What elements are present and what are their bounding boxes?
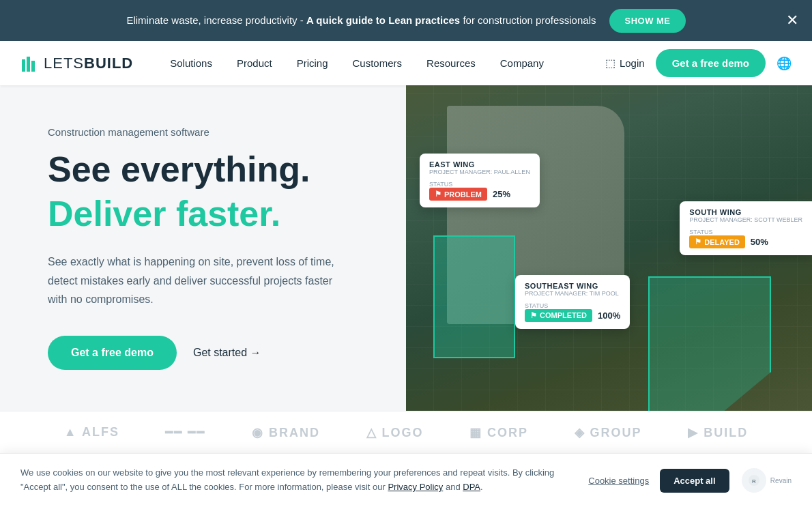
cookie-banner: We use cookies on our website to give yo… — [0, 453, 812, 454]
flag-icon: ⚑ — [530, 311, 537, 320]
logo-text: LETSBUILD — [44, 55, 133, 72]
login-icon: ⬚ — [605, 57, 615, 70]
southeast-wing-manager: PROJECT MANAGER: TIM POOL — [525, 290, 620, 297]
show-me-button[interactable]: SHOW ME — [609, 9, 685, 33]
south-wing-status-row: ⚑ DELAYED 50% — [689, 235, 802, 248]
nav-link-customers[interactable]: Customers — [343, 52, 412, 74]
hero-image-bg: EAST WING PROJECT MANAGER: PAUL ALLEN ST… — [406, 85, 812, 411]
hero-subtitle: Construction management software — [48, 126, 365, 138]
nav-link-resources[interactable]: Resources — [417, 52, 485, 74]
banner-text-end: for construction professionals — [460, 14, 596, 26]
nav-links: Solutions Product Pricing Customers Reso… — [160, 52, 605, 74]
east-wing-status-row: ⚑ PROBLEM 25% — [429, 188, 530, 201]
south-wing-name: SOUTH WING — [689, 208, 802, 216]
nav-link-pricing[interactable]: Pricing — [287, 52, 338, 74]
hero-description: See exactly what is happening on site, p… — [48, 252, 334, 308]
south-wing-status-badge: ⚑ DELAYED — [689, 235, 745, 248]
east-wing-name: EAST WING — [429, 160, 530, 169]
southeast-wing-name: SOUTHEAST WING — [525, 282, 620, 290]
banner-close-button[interactable]: ✕ — [786, 13, 798, 28]
hero-title-line1: See everything. — [48, 150, 365, 189]
nav-link-product[interactable]: Product — [227, 52, 282, 74]
partner-logo-5: ▦ CORP — [469, 425, 528, 440]
hero-section: Construction management software See eve… — [0, 85, 812, 411]
svg-rect-2 — [31, 61, 35, 72]
login-label: Login — [620, 57, 645, 69]
hero-right: EAST WING PROJECT MANAGER: PAUL ALLEN ST… — [406, 85, 812, 411]
hero-left: Construction management software See eve… — [0, 85, 406, 411]
partner-logo-6: ◈ GROUP — [575, 425, 642, 440]
south-wing-manager: PROJECT MANAGER: SCOTT WEBLER — [689, 216, 802, 223]
east-wing-status-text: PROBLEM — [444, 190, 482, 199]
top-banner: Eliminate waste, increase productivity -… — [0, 0, 812, 41]
partner-logo-1: ▲ ALFS — [64, 425, 119, 439]
east-wing-card: EAST WING PROJECT MANAGER: PAUL ALLEN ST… — [420, 154, 540, 207]
login-button[interactable]: ⬚ Login — [605, 57, 645, 70]
logo-build: BUILD — [84, 55, 133, 72]
partner-logo-7: ▶ BUILD — [688, 425, 748, 440]
southeast-wing-percent: 100% — [598, 310, 620, 321]
partner-logo-2: ━━ ━━ — [165, 425, 205, 440]
hero-start-link[interactable]: Get started → — [193, 347, 261, 359]
flag-icon: ⚑ — [695, 237, 701, 246]
east-wing-status-badge: ⚑ PROBLEM — [429, 188, 487, 201]
logos-strip: ▲ ALFS ━━ ━━ ◉ BRAND △ LOGO ▦ CORP ◈ GRO… — [0, 411, 812, 454]
southeast-wing-status-badge: ⚑ COMPLETED — [525, 309, 592, 322]
nav-link-solutions[interactable]: Solutions — [160, 52, 222, 74]
banner-text: Eliminate waste, increase productivity -… — [126, 13, 596, 29]
building-annex — [433, 235, 515, 358]
partner-logo-3: ◉ BRAND — [252, 425, 320, 440]
logo-lets: LETS — [44, 55, 84, 72]
flag-icon: ⚑ — [435, 190, 441, 199]
language-button[interactable]: 🌐 — [777, 56, 792, 71]
logo-icon — [20, 54, 40, 73]
south-wing-status-label: STATUS — [689, 229, 802, 235]
hero-cta: Get a free demo Get started → — [48, 336, 365, 370]
south-wing-status-text: DELAYED — [704, 238, 740, 246]
southeast-wing-status-label: STATUS — [525, 302, 620, 309]
south-wing-percent: 50% — [751, 237, 768, 247]
east-wing-status-label: STATUS — [429, 181, 530, 188]
southeast-wing-status-row: ⚑ COMPLETED 100% — [525, 309, 620, 322]
logo-link[interactable]: LETSBUILD — [20, 54, 133, 73]
navbar: LETSBUILD Solutions Product Pricing Cust… — [0, 41, 812, 85]
hero-demo-button[interactable]: Get a free demo — [48, 336, 177, 370]
southeast-wing-card: SOUTHEAST WING PROJECT MANAGER: TIM POOL… — [515, 275, 630, 329]
east-wing-manager: PROJECT MANAGER: PAUL ALLEN — [429, 169, 530, 175]
nav-right: ⬚ Login Get a free demo 🌐 — [605, 49, 792, 77]
nav-demo-button[interactable]: Get a free demo — [656, 49, 766, 77]
svg-rect-1 — [27, 57, 30, 72]
partner-logo-4: △ LOGO — [366, 425, 424, 440]
svg-rect-0 — [22, 59, 25, 72]
southeast-wing-status-text: COMPLETED — [540, 311, 587, 319]
banner-text-bold: A quick guide to Lean practices — [306, 14, 460, 26]
east-wing-percent: 25% — [493, 189, 510, 199]
south-wing-card: SOUTH WING PROJECT MANAGER: SCOTT WEBLER… — [680, 201, 812, 255]
nav-link-company[interactable]: Company — [491, 52, 553, 74]
banner-text-start: Eliminate waste, increase productivity - — [126, 14, 306, 26]
hero-title-line2: Deliver faster. — [48, 194, 365, 233]
